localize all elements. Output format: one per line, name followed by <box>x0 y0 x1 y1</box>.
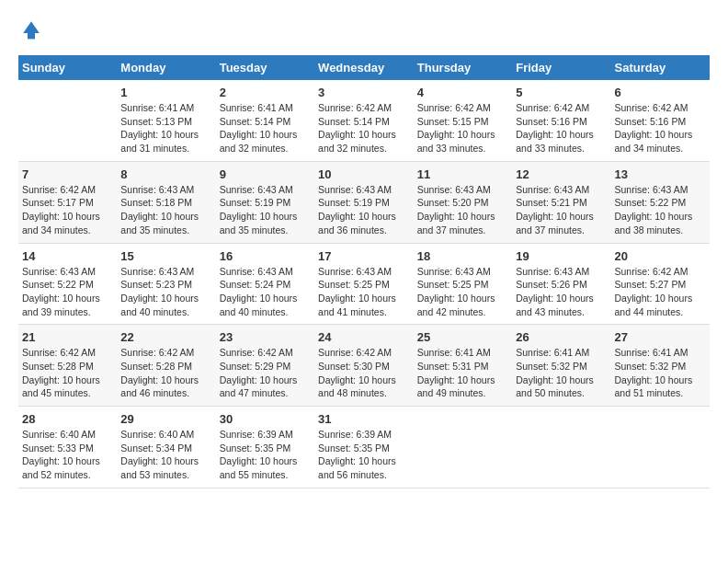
day-number: 10 <box>318 167 410 181</box>
day-number: 13 <box>615 167 707 181</box>
day-number: 8 <box>120 167 211 181</box>
day-info: Sunrise: 6:43 AMSunset: 5:22 PMDaylight:… <box>615 183 707 237</box>
calendar-cell: 25Sunrise: 6:41 AMSunset: 5:31 PMDayligh… <box>414 325 512 407</box>
header-friday: Friday <box>512 55 610 80</box>
day-info: Sunrise: 6:42 AMSunset: 5:14 PMDaylight:… <box>318 101 410 155</box>
day-number: 14 <box>22 249 113 263</box>
calendar-cell: 24Sunrise: 6:42 AMSunset: 5:30 PMDayligh… <box>314 325 414 407</box>
day-number: 26 <box>516 330 607 344</box>
day-info: Sunrise: 6:43 AMSunset: 5:26 PMDaylight:… <box>516 265 607 319</box>
day-number: 6 <box>615 86 707 99</box>
calendar-cell: 20Sunrise: 6:42 AMSunset: 5:27 PMDayligh… <box>611 243 711 325</box>
calendar-cell <box>611 407 711 488</box>
day-number: 9 <box>220 167 311 181</box>
calendar-cell: 2Sunrise: 6:41 AMSunset: 5:14 PMDaylight… <box>216 80 314 161</box>
day-number: 25 <box>417 330 508 344</box>
calendar-cell <box>414 407 512 488</box>
calendar-cell: 1Sunrise: 6:41 AMSunset: 5:13 PMDaylight… <box>117 80 215 161</box>
calendar-cell: 15Sunrise: 6:43 AMSunset: 5:23 PMDayligh… <box>117 243 215 325</box>
logo <box>18 18 42 40</box>
day-number: 29 <box>120 412 211 426</box>
day-number: 28 <box>22 412 113 426</box>
calendar-cell: 18Sunrise: 6:43 AMSunset: 5:25 PMDayligh… <box>414 243 512 325</box>
calendar-cell: 11Sunrise: 6:43 AMSunset: 5:20 PMDayligh… <box>414 161 512 243</box>
calendar-cell: 16Sunrise: 6:43 AMSunset: 5:24 PMDayligh… <box>216 243 314 325</box>
day-info: Sunrise: 6:43 AMSunset: 5:21 PMDaylight:… <box>516 183 607 237</box>
day-number: 17 <box>318 249 410 263</box>
day-info: Sunrise: 6:40 AMSunset: 5:34 PMDaylight:… <box>120 428 211 482</box>
day-number: 1 <box>120 86 211 99</box>
day-number: 22 <box>120 330 211 344</box>
day-info: Sunrise: 6:42 AMSunset: 5:17 PMDaylight:… <box>22 183 113 237</box>
day-number: 20 <box>615 249 707 263</box>
day-info: Sunrise: 6:41 AMSunset: 5:14 PMDaylight:… <box>220 101 311 155</box>
calendar-cell: 5Sunrise: 6:42 AMSunset: 5:16 PMDaylight… <box>512 80 610 161</box>
calendar-cell: 23Sunrise: 6:42 AMSunset: 5:29 PMDayligh… <box>216 325 314 407</box>
day-info: Sunrise: 6:43 AMSunset: 5:23 PMDaylight:… <box>120 265 211 319</box>
day-info: Sunrise: 6:42 AMSunset: 5:29 PMDaylight:… <box>220 346 311 400</box>
calendar-cell: 8Sunrise: 6:43 AMSunset: 5:18 PMDaylight… <box>117 161 215 243</box>
calendar-cell <box>18 80 117 161</box>
svg-marker-0 <box>23 21 40 33</box>
calendar-cell: 28Sunrise: 6:40 AMSunset: 5:33 PMDayligh… <box>18 407 117 488</box>
header-tuesday: Tuesday <box>216 55 314 80</box>
header-saturday: Saturday <box>611 55 711 80</box>
day-info: Sunrise: 6:41 AMSunset: 5:13 PMDaylight:… <box>120 101 211 155</box>
calendar-cell: 9Sunrise: 6:43 AMSunset: 5:19 PMDaylight… <box>216 161 314 243</box>
calendar-cell: 13Sunrise: 6:43 AMSunset: 5:22 PMDayligh… <box>611 161 711 243</box>
calendar-cell: 21Sunrise: 6:42 AMSunset: 5:28 PMDayligh… <box>18 325 117 407</box>
day-info: Sunrise: 6:43 AMSunset: 5:25 PMDaylight:… <box>417 265 508 319</box>
day-info: Sunrise: 6:42 AMSunset: 5:27 PMDaylight:… <box>615 265 707 319</box>
calendar-cell: 7Sunrise: 6:42 AMSunset: 5:17 PMDaylight… <box>18 161 117 243</box>
calendar-week-1: 1Sunrise: 6:41 AMSunset: 5:13 PMDaylight… <box>18 80 710 161</box>
day-info: Sunrise: 6:41 AMSunset: 5:31 PMDaylight:… <box>417 346 508 400</box>
day-number: 21 <box>22 330 113 344</box>
calendar-cell: 3Sunrise: 6:42 AMSunset: 5:14 PMDaylight… <box>314 80 414 161</box>
calendar-week-5: 28Sunrise: 6:40 AMSunset: 5:33 PMDayligh… <box>18 407 710 488</box>
day-info: Sunrise: 6:42 AMSunset: 5:28 PMDaylight:… <box>120 346 211 400</box>
calendar-cell <box>512 407 610 488</box>
day-number: 11 <box>417 167 508 181</box>
logo-icon <box>20 18 42 40</box>
day-number: 31 <box>318 412 410 426</box>
day-info: Sunrise: 6:40 AMSunset: 5:33 PMDaylight:… <box>22 428 113 482</box>
day-info: Sunrise: 6:39 AMSunset: 5:35 PMDaylight:… <box>318 428 410 482</box>
header-wednesday: Wednesday <box>314 55 414 80</box>
day-number: 7 <box>22 167 113 181</box>
calendar-week-4: 21Sunrise: 6:42 AMSunset: 5:28 PMDayligh… <box>18 325 710 407</box>
day-number: 30 <box>220 412 311 426</box>
day-number: 2 <box>220 86 311 99</box>
calendar-cell: 17Sunrise: 6:43 AMSunset: 5:25 PMDayligh… <box>314 243 414 325</box>
day-number: 3 <box>318 86 410 99</box>
calendar-cell: 19Sunrise: 6:43 AMSunset: 5:26 PMDayligh… <box>512 243 610 325</box>
calendar-header-row: SundayMondayTuesdayWednesdayThursdayFrid… <box>18 55 710 80</box>
day-number: 4 <box>417 86 508 99</box>
calendar-cell: 22Sunrise: 6:42 AMSunset: 5:28 PMDayligh… <box>117 325 215 407</box>
day-number: 15 <box>120 249 211 263</box>
calendar-cell: 27Sunrise: 6:41 AMSunset: 5:32 PMDayligh… <box>611 325 711 407</box>
page-header <box>18 18 710 40</box>
day-number: 19 <box>516 249 607 263</box>
calendar-cell: 30Sunrise: 6:39 AMSunset: 5:35 PMDayligh… <box>216 407 314 488</box>
calendar-cell: 31Sunrise: 6:39 AMSunset: 5:35 PMDayligh… <box>314 407 414 488</box>
day-info: Sunrise: 6:43 AMSunset: 5:22 PMDaylight:… <box>22 265 113 319</box>
day-info: Sunrise: 6:43 AMSunset: 5:19 PMDaylight:… <box>318 183 410 237</box>
day-info: Sunrise: 6:43 AMSunset: 5:24 PMDaylight:… <box>220 265 311 319</box>
day-number: 27 <box>615 330 707 344</box>
day-number: 12 <box>516 167 607 181</box>
day-number: 18 <box>417 249 508 263</box>
day-info: Sunrise: 6:43 AMSunset: 5:25 PMDaylight:… <box>318 265 410 319</box>
calendar-week-2: 7Sunrise: 6:42 AMSunset: 5:17 PMDaylight… <box>18 161 710 243</box>
day-number: 24 <box>318 330 410 344</box>
day-info: Sunrise: 6:42 AMSunset: 5:15 PMDaylight:… <box>417 101 508 155</box>
header-thursday: Thursday <box>414 55 512 80</box>
calendar-table: SundayMondayTuesdayWednesdayThursdayFrid… <box>18 55 710 488</box>
calendar-week-3: 14Sunrise: 6:43 AMSunset: 5:22 PMDayligh… <box>18 243 710 325</box>
day-info: Sunrise: 6:42 AMSunset: 5:16 PMDaylight:… <box>516 101 607 155</box>
calendar-cell: 4Sunrise: 6:42 AMSunset: 5:15 PMDaylight… <box>414 80 512 161</box>
day-info: Sunrise: 6:43 AMSunset: 5:19 PMDaylight:… <box>220 183 311 237</box>
day-number: 5 <box>516 86 607 99</box>
day-info: Sunrise: 6:43 AMSunset: 5:20 PMDaylight:… <box>417 183 508 237</box>
day-number: 23 <box>220 330 311 344</box>
day-info: Sunrise: 6:42 AMSunset: 5:16 PMDaylight:… <box>615 101 707 155</box>
